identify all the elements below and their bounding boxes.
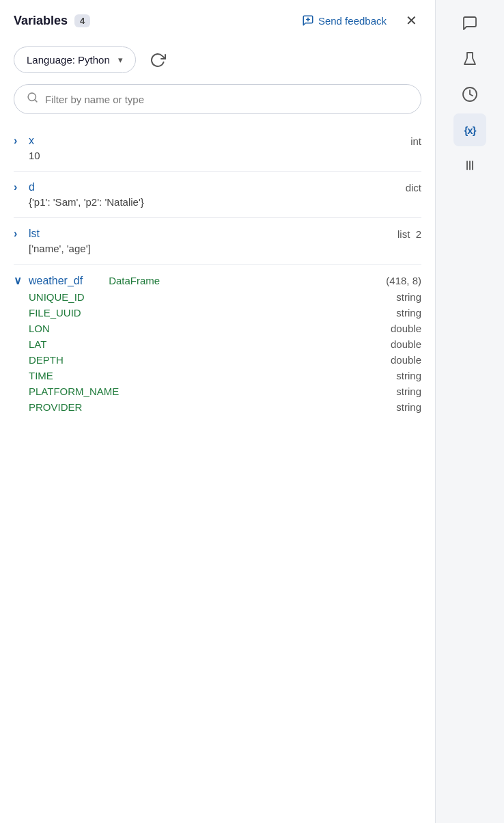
svg-line-3 [35, 100, 37, 102]
expand-lst-icon[interactable]: › [14, 228, 23, 240]
panel-title: Variables [14, 14, 68, 28]
df-col-file-uuid: FILE_UUID string [14, 304, 421, 320]
dataframe-header: ∨ weather_df DataFrame (418, 8) [14, 270, 421, 288]
chevron-down-icon: ▾ [118, 55, 123, 65]
df-col-platform-name: PLATFORM_NAME string [14, 383, 421, 399]
variable-weather-df: ∨ weather_df DataFrame (418, 8) UNIQUE_I… [0, 270, 435, 414]
refresh-button[interactable] [145, 48, 170, 72]
divider-d [14, 217, 421, 218]
var-d-value: {'p1': 'Sam', 'p2': 'Natalie'} [14, 195, 421, 212]
var-lst-name: lst [29, 228, 392, 240]
filter-section [0, 84, 435, 128]
variable-d: › d dict {'p1': 'Sam', 'p2': 'Natalie'} [0, 177, 435, 212]
df-col-depth: DEPTH double [14, 351, 421, 367]
df-name-label: weather_df [29, 275, 83, 287]
df-col-lon: LON double [14, 320, 421, 336]
var-x-value: 10 [14, 148, 421, 165]
divider-lst [14, 264, 421, 265]
df-col-provider: PROVIDER string [14, 399, 421, 414]
var-x-type: int [410, 135, 421, 147]
variable-x: › x int 10 [0, 131, 435, 165]
search-icon [27, 92, 38, 107]
filter-input[interactable] [45, 94, 408, 105]
var-lst-type: list 2 [397, 228, 421, 240]
feedback-icon [302, 14, 314, 27]
df-col-time: TIME string [14, 367, 421, 383]
divider-x [14, 171, 421, 172]
filter-input-wrap [14, 84, 421, 114]
close-button[interactable]: ✕ [402, 11, 421, 30]
sidebar-flask-icon[interactable] [453, 42, 486, 75]
df-col-lat: LAT double [14, 336, 421, 351]
send-feedback-button[interactable]: Send feedback [296, 12, 392, 29]
sidebar-chat-icon[interactable] [453, 7, 486, 40]
panel-header: Variables 4 Send feedback ✕ [0, 0, 435, 40]
variables-count-badge: 4 [74, 14, 90, 27]
var-x-name: x [29, 135, 405, 147]
variable-lst: › lst list 2 ['name', 'age'] [0, 224, 435, 258]
df-shape-label: (418, 8) [386, 275, 421, 286]
sidebar-history-icon[interactable] [453, 78, 486, 111]
var-lst-value: ['name', 'age'] [14, 241, 421, 258]
sidebar: {x} [436, 0, 504, 823]
df-col-unique-id: UNIQUE_ID string [14, 288, 421, 304]
language-dropdown[interactable]: Language: Python ▾ [14, 46, 136, 73]
expand-df-icon[interactable]: ∨ [14, 274, 23, 287]
language-section: Language: Python ▾ [0, 40, 435, 84]
df-type-label: DataFrame [109, 275, 160, 286]
var-d-name: d [29, 181, 400, 193]
language-label: Language: Python [27, 54, 110, 66]
var-d-type: dict [406, 182, 421, 193]
expand-x-icon[interactable]: › [14, 135, 23, 147]
sidebar-chart-icon[interactable] [453, 149, 486, 182]
sidebar-variables-icon[interactable]: {x} [453, 113, 486, 146]
refresh-icon [150, 52, 166, 68]
variables-list: › x int 10 › d dict {'p1': 'Sam', 'p2': … [0, 128, 435, 414]
expand-d-icon[interactable]: › [14, 181, 23, 193]
